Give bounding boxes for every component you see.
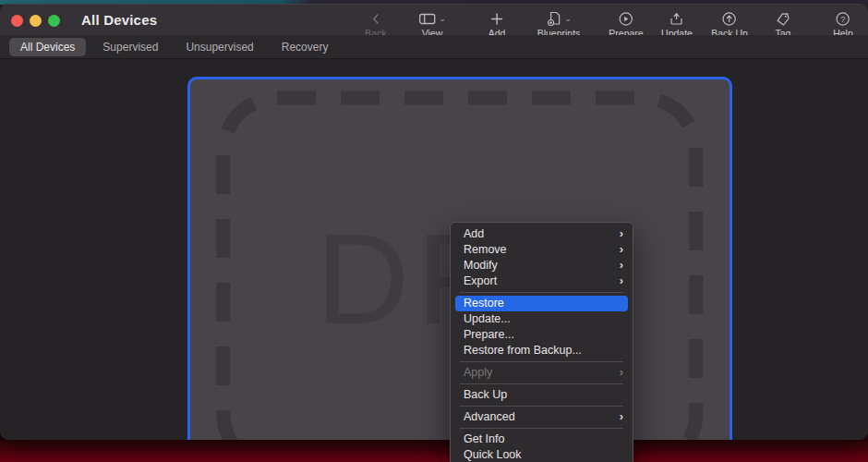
menu-item-export[interactable]: Export› [451, 274, 633, 289]
submenu-chevron-icon: › [620, 258, 623, 273]
play-circle-icon [618, 11, 633, 27]
menu-separator [460, 406, 623, 407]
menu-separator [460, 292, 623, 293]
submenu-chevron-icon: › [620, 365, 623, 380]
menu-item-apply: Apply› [451, 365, 633, 381]
menu-item-add[interactable]: Add› [451, 226, 633, 242]
menu-item-restore-from-backup[interactable]: Restore from Backup... [451, 343, 633, 359]
menu-separator [460, 428, 623, 429]
submenu-chevron-icon: › [620, 242, 623, 257]
tab-recovery[interactable]: Recovery [271, 38, 340, 56]
menu-item-modify[interactable]: Modify› [451, 258, 633, 274]
chevron-down-icon: ⌄ [439, 15, 446, 23]
menu-item-get-info[interactable]: Get Info [451, 432, 633, 447]
menu-item-prepare[interactable]: Prepare... [451, 327, 633, 343]
submenu-chevron-icon: › [620, 274, 623, 288]
plus-icon [490, 11, 504, 27]
menu-item-advanced[interactable]: Advanced› [451, 409, 633, 425]
window-title: All Devices [81, 12, 157, 28]
menu-item-update[interactable]: Update... [451, 311, 633, 327]
svg-text:?: ? [840, 15, 845, 24]
tab-strip: All Devices Supervised Unsupervised Reco… [0, 35, 868, 59]
context-menu: Add› Remove› Modify› Export› Restore Upd… [450, 222, 633, 462]
tab-all-devices[interactable]: All Devices [9, 38, 86, 56]
tag-icon [776, 11, 791, 27]
menu-item-remove[interactable]: Remove› [451, 242, 633, 258]
titlebar: All Devices Back ⌄ View [0, 4, 868, 35]
submenu-chevron-icon: › [620, 409, 623, 424]
panel-icon [418, 11, 436, 27]
menu-separator [460, 361, 623, 362]
screen: All Devices Back ⌄ View [0, 0, 868, 462]
minimize-button[interactable] [30, 15, 42, 27]
menu-item-restore[interactable]: Restore [455, 296, 628, 311]
device-browser-area: DFU [0, 60, 868, 440]
menu-item-back-up[interactable]: Back Up [451, 387, 633, 403]
menu-item-quick-look[interactable]: Quick Look [451, 447, 633, 462]
chevron-down-icon: ⌄ [564, 15, 572, 23]
menu-separator [460, 383, 623, 384]
app-window: All Devices Back ⌄ View [0, 4, 868, 440]
close-button[interactable] [11, 15, 23, 27]
arrow-up-circle-icon [722, 11, 738, 27]
submenu-chevron-icon: › [620, 226, 623, 241]
tab-unsupervised[interactable]: Unsupervised [175, 38, 264, 56]
tray-arrow-icon [669, 11, 684, 27]
chevron-left-icon [368, 11, 383, 27]
tab-supervised[interactable]: Supervised [91, 38, 169, 56]
question-circle-icon: ? [835, 11, 850, 27]
zoom-button[interactable] [48, 15, 60, 27]
blueprint-doc-icon [546, 11, 561, 27]
